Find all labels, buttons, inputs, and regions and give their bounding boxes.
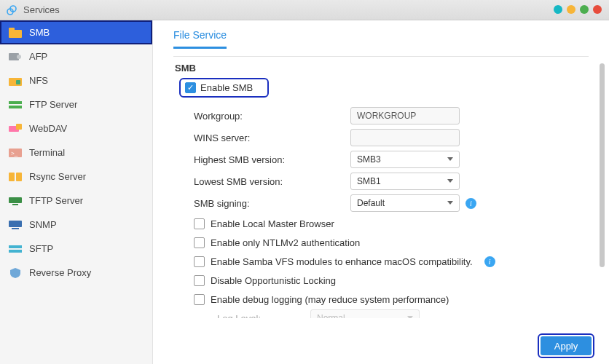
sidebar-item-smb[interactable]: SMB <box>0 20 152 44</box>
ftp-icon <box>9 100 22 110</box>
sidebar-item-label: SFTP <box>29 243 53 254</box>
svg-text:>_: >_ <box>11 150 18 157</box>
svg-rect-19 <box>12 228 19 229</box>
select-value: Normal <box>317 313 345 318</box>
chevron-down-icon <box>407 316 413 318</box>
sidebar-item-reverse-proxy[interactable]: Reverse Proxy <box>0 261 152 285</box>
sidebar-item-label: NFS <box>29 75 48 86</box>
sidebar-item-label: AFP <box>29 51 47 62</box>
rsync-icon <box>9 172 22 182</box>
enable-smb-checkbox[interactable] <box>185 82 196 93</box>
svg-rect-8 <box>9 101 22 104</box>
svg-rect-21 <box>9 250 22 253</box>
debug-checkbox[interactable] <box>194 294 205 305</box>
terminal-icon: >_ <box>9 148 22 158</box>
main-panel: File Service SMB Enable SMB Workgroup: W… <box>153 20 609 364</box>
wins-label: WINS server: <box>194 132 350 143</box>
debug-label: Enable debug logging (may reduce system … <box>211 294 449 305</box>
tftp-icon <box>9 196 22 206</box>
sidebar-item-snmp[interactable]: SNMP <box>0 213 152 237</box>
app-icon <box>6 4 17 16</box>
sftp-icon <box>9 244 22 254</box>
local-master-checkbox[interactable] <box>194 218 205 229</box>
sidebar-item-label: TFTP Server <box>29 195 83 206</box>
info-icon[interactable]: i <box>465 198 476 209</box>
sidebar: SMB AFP NFS FTP Server WebDAV <box>0 20 153 364</box>
sidebar-item-label: SNMP <box>29 219 57 230</box>
sidebar-item-label: SMB <box>29 27 50 38</box>
scrollbar[interactable] <box>600 63 605 325</box>
traffic-dot[interactable] <box>554 5 562 14</box>
sidebar-item-rsync[interactable]: Rsync Server <box>0 165 152 189</box>
workgroup-input[interactable] <box>350 107 460 124</box>
sidebar-item-sftp[interactable]: SFTP <box>0 237 152 261</box>
chevron-down-icon <box>447 179 453 183</box>
vfs-checkbox[interactable] <box>194 256 205 267</box>
smb-signing-select[interactable]: Default <box>350 194 460 212</box>
oplock-checkbox[interactable] <box>194 275 205 286</box>
sidebar-item-label: Reverse Proxy <box>29 267 91 278</box>
svg-rect-3 <box>9 28 15 31</box>
svg-rect-9 <box>9 106 22 108</box>
sidebar-item-webdav[interactable]: WebDAV <box>0 116 152 141</box>
vfs-label: Enable Samba VFS modules to enhance macO… <box>211 256 473 267</box>
log-level-label: Log Level: <box>217 313 304 319</box>
svg-rect-14 <box>9 173 15 181</box>
lowest-smb-label: Lowest SMB version: <box>194 176 350 187</box>
select-value: Default <box>357 198 385 208</box>
oplock-label: Disable Opportunistic Locking <box>211 275 336 286</box>
window-title: Services <box>23 4 60 15</box>
chevron-down-icon <box>447 157 453 161</box>
webdav-icon <box>9 124 22 134</box>
svg-rect-11 <box>16 124 22 130</box>
ntlmv2-label: Enable only NTLMv2 authentication <box>211 237 360 248</box>
smb-signing-label: SMB signing: <box>194 198 350 209</box>
traffic-dot[interactable] <box>567 5 575 14</box>
enable-smb-row: Enable SMB <box>179 78 269 98</box>
apply-button[interactable]: Apply <box>541 336 592 355</box>
svg-point-5 <box>17 55 21 59</box>
enable-smb-label: Enable SMB <box>200 82 253 93</box>
highest-smb-label: Highest SMB version: <box>194 154 350 165</box>
log-level-select: Normal <box>310 309 420 318</box>
workgroup-label: Workgroup: <box>194 111 350 122</box>
info-icon[interactable]: i <box>484 256 495 267</box>
traffic-dot[interactable] <box>593 5 602 14</box>
svg-rect-20 <box>9 245 22 248</box>
ntlmv2-checkbox[interactable] <box>194 237 205 248</box>
nfs-icon <box>9 76 22 86</box>
folder-icon <box>9 28 22 38</box>
svg-rect-16 <box>9 197 22 203</box>
traffic-dot[interactable] <box>580 5 589 14</box>
local-master-label: Enable Local Master Browser <box>211 218 334 229</box>
afp-icon <box>9 52 22 62</box>
sidebar-item-label: FTP Server <box>29 99 77 110</box>
sidebar-item-label: Rsync Server <box>29 171 86 182</box>
window-controls <box>554 5 602 14</box>
sidebar-item-label: Terminal <box>29 147 65 158</box>
sidebar-item-tftp[interactable]: TFTP Server <box>0 189 152 213</box>
scrollbar-thumb[interactable] <box>600 63 605 267</box>
wins-input[interactable] <box>350 129 460 146</box>
highest-smb-select[interactable]: SMB3 <box>350 151 460 168</box>
sidebar-item-nfs[interactable]: NFS <box>0 68 152 92</box>
svg-rect-18 <box>9 221 22 227</box>
sidebar-item-afp[interactable]: AFP <box>0 44 152 68</box>
select-value: SMB1 <box>357 176 381 186</box>
snmp-icon <box>9 220 22 230</box>
sidebar-item-ftp[interactable]: FTP Server <box>0 92 152 116</box>
section-title: SMB <box>175 63 589 74</box>
titlebar: Services <box>0 0 609 20</box>
tab-file-service[interactable]: File Service <box>173 29 227 49</box>
select-value: SMB3 <box>357 154 381 165</box>
shield-icon <box>9 268 22 278</box>
sidebar-item-label: WebDAV <box>29 123 67 134</box>
lowest-smb-select[interactable]: SMB1 <box>350 173 460 190</box>
svg-rect-7 <box>16 80 20 84</box>
apply-highlight: Apply <box>538 333 594 358</box>
svg-rect-15 <box>16 173 22 181</box>
svg-rect-17 <box>12 204 18 205</box>
chevron-down-icon <box>447 201 453 205</box>
sidebar-item-terminal[interactable]: >_ Terminal <box>0 141 152 165</box>
